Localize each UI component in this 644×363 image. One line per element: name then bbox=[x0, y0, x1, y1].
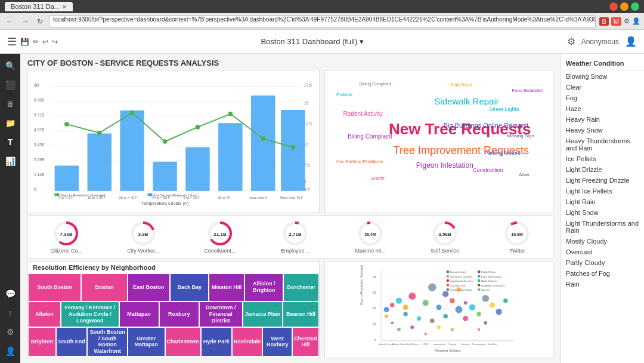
treemap-cell-mattapan[interactable]: Mattapan bbox=[119, 302, 159, 327]
redo-button[interactable]: ↪ bbox=[52, 38, 58, 46]
save-button[interactable]: 💾 bbox=[20, 38, 29, 46]
word-construction[interactable]: Construction bbox=[473, 167, 503, 173]
bottom-section: Resolution Efficiency by Neighborhood So… bbox=[20, 261, 561, 363]
weather-item-clear[interactable]: Clear bbox=[561, 82, 644, 93]
undo-button[interactable]: ↩ bbox=[42, 38, 48, 46]
weather-item-patches-of-fog[interactable]: Patches of Fog bbox=[561, 268, 644, 279]
close-window-button[interactable] bbox=[609, 2, 618, 11]
treemap-cell-eastboston[interactable]: East Boston bbox=[128, 273, 170, 302]
treemap-cell-jamaicaplain[interactable]: Jamaica Plain bbox=[243, 302, 283, 327]
word-water[interactable]: Water bbox=[519, 173, 530, 177]
forward-button[interactable]: → bbox=[19, 16, 31, 27]
treemap-cell-westroxbury[interactable]: West Roxbury bbox=[262, 327, 292, 356]
word-big-buildings[interactable]: Big Buildings Online Request bbox=[444, 122, 528, 129]
weather-item-mostly-cloudy[interactable]: Mostly Cloudy bbox=[561, 236, 644, 247]
sidebar-item-monitor[interactable]: 🖥 bbox=[4, 97, 17, 111]
treemap-cell-charlestown[interactable]: Charlestown bbox=[165, 327, 201, 356]
sidebar: 🔍 ⬛ 🖥 📁 T 📊 💬 ↑ ⚙ 👤 bbox=[0, 54, 20, 363]
word-billing2[interactable]: Dining Complaint bbox=[359, 82, 391, 86]
svg-rect-28 bbox=[218, 123, 242, 191]
back-button[interactable]: ← bbox=[4, 16, 16, 27]
treemap-cell-brighton[interactable]: Brighton bbox=[28, 327, 56, 356]
refresh-button[interactable]: ↻ bbox=[35, 16, 45, 27]
svg-rect-30 bbox=[281, 110, 305, 191]
svg-point-94 bbox=[410, 325, 414, 329]
sidebar-item-folder[interactable]: 📁 bbox=[3, 116, 18, 130]
treemap-cell-chestnuthill[interactable]: Chestnut Hill bbox=[292, 327, 319, 356]
word-sign-shop[interactable]: Sign Shop bbox=[450, 82, 472, 87]
treemap-cell-dorchester[interactable]: Dorchester bbox=[283, 273, 319, 302]
settings-icon[interactable]: ⚙ bbox=[624, 17, 630, 25]
weather-item-light-drizzle[interactable]: Light Drizzle bbox=[561, 164, 644, 175]
word-parking-meters[interactable]: Parking Meters bbox=[484, 150, 521, 156]
weather-item-rain[interactable]: Rain bbox=[561, 279, 644, 290]
treemap-row-2: Allston Fenway / Kenmore / Audubon Circl… bbox=[28, 302, 319, 327]
word-pothole[interactable]: Pothole bbox=[336, 92, 352, 97]
minimize-window-button[interactable] bbox=[620, 2, 628, 11]
weather-item-heavy-rain[interactable]: Heavy Rain bbox=[561, 114, 644, 125]
treemap-cell-boston[interactable]: Boston bbox=[81, 273, 127, 302]
weather-item-overcast[interactable]: Overcast bbox=[561, 247, 644, 257]
treemap-cell-roslindale[interactable]: Roslindale bbox=[232, 327, 263, 356]
sidebar-item-search[interactable]: 🔍 bbox=[3, 59, 18, 73]
treemap-cell-roxbury[interactable]: Roxbury bbox=[159, 302, 199, 327]
sidebar-item-dashboard[interactable]: ⬛ bbox=[3, 78, 18, 92]
treemap-cell-allston[interactable]: Allston bbox=[28, 302, 61, 327]
weather-item-blowing-snow[interactable]: Blowing Snow bbox=[561, 71, 644, 82]
maximize-window-button[interactable] bbox=[631, 2, 639, 11]
treemap-cell-fenway[interactable]: Fenway / Kenmore / Audubon Circle / Long… bbox=[61, 302, 119, 327]
word-graffiti[interactable]: Graffiti bbox=[370, 176, 384, 181]
treemap-cell-backbay[interactable]: Back Bay bbox=[170, 273, 209, 302]
weather-item-ice-pellets[interactable]: Ice Pellets bbox=[561, 153, 644, 164]
treemap-cell-greatermattapan[interactable]: Greater Mattapan bbox=[128, 327, 165, 356]
address-bar[interactable]: localhost:9300/bi/?perspective=dashboard… bbox=[49, 16, 596, 27]
treemap-cell-downtown[interactable]: Downtown / Financial District bbox=[199, 302, 243, 327]
svg-rect-26 bbox=[153, 162, 177, 191]
filter-icon[interactable]: ⚙ bbox=[567, 36, 575, 47]
weather-item-haze[interactable]: Haze bbox=[561, 103, 644, 114]
treemap-cell-southboston[interactable]: South Boston bbox=[28, 273, 81, 302]
svg-point-116 bbox=[496, 309, 501, 315]
word-missing-sign[interactable]: Missing Sign bbox=[507, 133, 534, 139]
svg-text:36.4M: 36.4M bbox=[365, 232, 377, 236]
word-street-lights[interactable]: Street Lights bbox=[489, 106, 519, 112]
word-rodent[interactable]: Rodent Activity bbox=[343, 110, 383, 117]
browser-chrome: Boston 311 Da... ✕ bbox=[0, 0, 644, 13]
kpi-label-constituent: Constituent... bbox=[204, 248, 236, 254]
word-car-parking[interactable]: Car Parking Problems bbox=[336, 159, 383, 164]
treemap-cell-southboston-waterfront[interactable]: South Boston / South Boston Waterfront bbox=[87, 327, 128, 356]
weather-item-heavy-thunderstorms[interactable]: Heavy Thunderstorms and Rain bbox=[561, 136, 644, 153]
weather-item-light-thunderstorms[interactable]: Light Thunderstorms and Rain bbox=[561, 218, 644, 236]
treemap-cell-hydepark[interactable]: Hyde Park bbox=[201, 327, 232, 356]
treemap-cell-alliston-brighton[interactable]: Allision / Brighton bbox=[244, 273, 283, 302]
svg-text:55 to 70: 55 to 70 bbox=[218, 196, 230, 199]
weather-item-light-freezing-drizzle[interactable]: Light Freezing Drizzle bbox=[561, 175, 644, 186]
edit-button[interactable]: ✏ bbox=[33, 38, 39, 46]
kpi-constituent: 21.1B Constituent... bbox=[204, 220, 236, 254]
weather-item-light-ice-pellets[interactable]: Light Ice Pellets bbox=[561, 186, 644, 196]
word-pigeon[interactable]: Pigeon Infestation bbox=[416, 161, 473, 170]
user-account-icon[interactable]: 👤 bbox=[632, 17, 640, 25]
sidebar-item-user[interactable]: 👤 bbox=[3, 344, 18, 358]
sidebar-item-chat[interactable]: 💬 bbox=[3, 287, 18, 301]
weather-item-partly-cloudy[interactable]: Partly Cloudy bbox=[561, 257, 644, 268]
weather-item-light-snow[interactable]: Light Snow bbox=[561, 207, 644, 218]
svg-point-132 bbox=[447, 279, 449, 282]
sidebar-item-settings[interactable]: ⚙ bbox=[4, 325, 17, 339]
tab-close-button[interactable]: ✕ bbox=[62, 4, 67, 10]
dropdown-icon[interactable]: ▾ bbox=[360, 37, 364, 46]
weather-item-light-rain[interactable]: Light Rain bbox=[561, 196, 644, 207]
browser-tab[interactable]: Boston 311 Da... ✕ bbox=[5, 2, 73, 11]
weather-item-fog[interactable]: Fog bbox=[561, 93, 644, 103]
sidebar-item-chart[interactable]: 📊 bbox=[3, 154, 18, 168]
sidebar-item-share[interactable]: ↑ bbox=[6, 306, 15, 320]
treemap-cell-beaconhill[interactable]: Beacon Hill bbox=[283, 302, 319, 327]
word-sidewalk-repair[interactable]: Sidewalk Repair bbox=[434, 96, 499, 106]
word-food-establish[interactable]: Food Establish bbox=[512, 88, 543, 93]
sidebar-item-text[interactable]: T bbox=[5, 135, 16, 149]
treemap-cell-southend[interactable]: South End bbox=[56, 327, 87, 356]
weather-item-heavy-snow[interactable]: Heavy Snow bbox=[561, 125, 644, 136]
treemap-cell-missionhill[interactable]: Mission Hill bbox=[209, 273, 244, 302]
word-billing[interactable]: Billing Complaint bbox=[348, 133, 392, 140]
menu-button[interactable]: ☰ bbox=[7, 35, 17, 48]
